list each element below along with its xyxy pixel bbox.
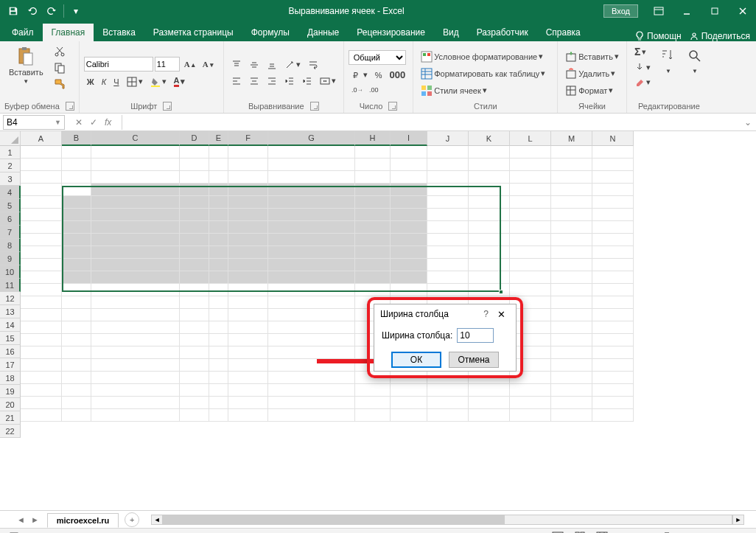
column-header[interactable]: G xyxy=(268,131,355,146)
cell[interactable] xyxy=(209,397,228,409)
cell[interactable] xyxy=(228,271,268,284)
cell[interactable] xyxy=(551,284,592,296)
comma-icon[interactable]: 000 xyxy=(387,68,409,82)
cell[interactable] xyxy=(469,221,510,234)
insert-cells-button[interactable]: Вставить ▾ xyxy=(562,49,622,64)
cell[interactable] xyxy=(592,321,634,334)
name-box[interactable]: B4▼ xyxy=(3,115,65,130)
fill-color-icon[interactable]: ▾ xyxy=(147,75,169,88)
cell[interactable] xyxy=(228,321,268,334)
cell[interactable] xyxy=(427,409,469,422)
paste-button[interactable]: Вставить ▼ xyxy=(4,44,48,86)
cell[interactable] xyxy=(510,246,551,259)
cell[interactable] xyxy=(228,171,268,184)
cell[interactable] xyxy=(180,196,209,209)
close-icon[interactable] xyxy=(729,0,756,22)
cell[interactable] xyxy=(62,196,91,209)
cell[interactable] xyxy=(62,146,91,158)
column-header[interactable]: H xyxy=(355,131,391,146)
cell[interactable] xyxy=(62,359,91,372)
cell[interactable] xyxy=(209,309,228,321)
cell[interactable] xyxy=(551,234,592,246)
cell[interactable] xyxy=(228,246,268,259)
cell[interactable] xyxy=(592,397,634,409)
cell[interactable] xyxy=(592,384,634,397)
cell[interactable] xyxy=(91,221,180,234)
row-header[interactable]: 10 xyxy=(0,265,21,279)
cell[interactable] xyxy=(469,146,510,158)
cell[interactable] xyxy=(62,271,91,284)
cell[interactable] xyxy=(469,196,510,209)
cell[interactable] xyxy=(228,146,268,158)
cell[interactable] xyxy=(209,359,228,372)
normal-view-icon[interactable] xyxy=(549,530,567,534)
cell[interactable] xyxy=(355,221,391,234)
cut-icon[interactable] xyxy=(51,44,69,59)
tab-разметка страницы[interactable]: Разметка страницы xyxy=(144,24,242,41)
alignment-launcher[interactable] xyxy=(310,102,319,111)
cell[interactable] xyxy=(268,397,355,409)
font-name-combo[interactable] xyxy=(84,57,153,72)
align-right-icon[interactable] xyxy=(264,74,280,88)
cell[interactable] xyxy=(510,196,551,209)
cell[interactable] xyxy=(268,171,355,184)
copy-icon[interactable] xyxy=(51,60,69,75)
cell[interactable] xyxy=(551,397,592,409)
decrease-decimal-icon[interactable]: .00→.0 xyxy=(366,85,382,95)
column-width-input[interactable] xyxy=(457,328,494,343)
cell[interactable] xyxy=(268,234,355,246)
tab-данные[interactable]: Данные xyxy=(298,24,348,41)
cell[interactable] xyxy=(592,146,634,158)
cell[interactable] xyxy=(391,384,427,397)
cell[interactable] xyxy=(510,409,551,422)
cell[interactable] xyxy=(62,334,91,346)
cell[interactable] xyxy=(427,384,469,397)
cell[interactable] xyxy=(21,346,62,359)
borders-icon[interactable]: ▾ xyxy=(124,75,146,88)
cell[interactable] xyxy=(268,309,355,321)
cell[interactable] xyxy=(268,284,355,296)
cell[interactable] xyxy=(427,196,469,209)
cell[interactable] xyxy=(592,359,634,372)
cell[interactable] xyxy=(510,397,551,409)
cell[interactable] xyxy=(427,146,469,158)
cell[interactable] xyxy=(268,146,355,158)
cell[interactable] xyxy=(91,296,180,309)
dialog-close-icon[interactable]: ✕ xyxy=(493,309,510,320)
cell[interactable] xyxy=(91,184,180,196)
cell[interactable] xyxy=(228,409,268,422)
cell[interactable] xyxy=(592,221,634,234)
cell[interactable] xyxy=(592,184,634,196)
cell[interactable] xyxy=(180,397,209,409)
row-header[interactable]: 4 xyxy=(0,186,21,199)
decrease-font-icon[interactable]: A▾ xyxy=(200,58,217,70)
cell[interactable] xyxy=(469,184,510,196)
cell[interactable] xyxy=(510,221,551,234)
cell[interactable] xyxy=(427,184,469,196)
tab-справка[interactable]: Справка xyxy=(537,24,589,41)
cell[interactable] xyxy=(592,334,634,346)
cell[interactable] xyxy=(209,296,228,309)
conditional-formatting-button[interactable]: Условное форматирование ▾ xyxy=(418,49,546,64)
cell[interactable] xyxy=(355,397,391,409)
column-header[interactable]: F xyxy=(228,131,268,146)
hscroll-right-icon[interactable]: ► xyxy=(732,515,744,525)
cell[interactable] xyxy=(268,372,355,384)
ribbon-display-icon[interactable] xyxy=(645,0,672,22)
maximize-icon[interactable] xyxy=(701,0,728,22)
cell[interactable] xyxy=(592,284,634,296)
row-header[interactable]: 13 xyxy=(0,305,21,318)
clear-icon[interactable]: ▾ xyxy=(631,75,654,88)
cell[interactable] xyxy=(91,384,180,397)
cell[interactable] xyxy=(268,184,355,196)
align-center-icon[interactable] xyxy=(246,74,262,88)
cell[interactable] xyxy=(592,271,634,284)
cell[interactable] xyxy=(592,234,634,246)
sheet-nav-prev-icon[interactable]: ◄ xyxy=(15,515,27,524)
row-header[interactable]: 9 xyxy=(0,252,21,265)
row-header[interactable]: 16 xyxy=(0,345,21,358)
cell[interactable] xyxy=(62,184,91,196)
cell[interactable] xyxy=(469,259,510,271)
hscroll-track[interactable] xyxy=(163,515,732,525)
cell[interactable] xyxy=(427,397,469,409)
